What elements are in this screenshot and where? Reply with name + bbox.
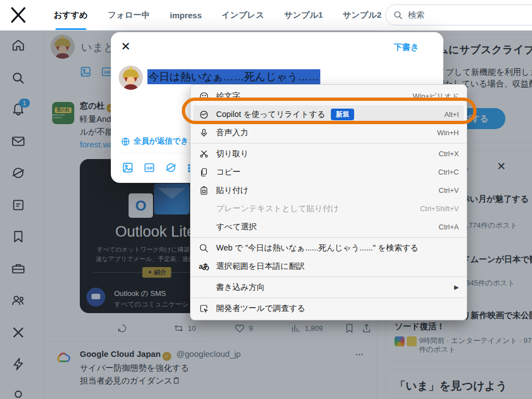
tab-impress-jp[interactable]: インプレス xyxy=(222,0,264,30)
menu-item-inspect[interactable]: 開発者ツールで調査する xyxy=(191,299,467,318)
svg-text:GIF: GIF xyxy=(146,166,153,170)
compose-text-area[interactable]: 今日は熱いなぁ……死んじゃう…… xyxy=(147,70,320,84)
menu-item-copy[interactable]: コピー Ctrl+C xyxy=(191,163,467,181)
samurai-avatar-image xyxy=(119,65,143,90)
drafts-link[interactable]: 下書き xyxy=(394,42,419,53)
tab-recommended[interactable]: おすすめ xyxy=(54,0,88,30)
menu-item-shortcut: Ctrl+A xyxy=(439,223,459,231)
search-input[interactable]: 検索 xyxy=(385,4,532,25)
menu-item-shortcut: Alt+I xyxy=(444,110,459,119)
context-menu: 絵文字 Win+ピリオド Copilot を使ってリライトする 新規 Alt+I… xyxy=(190,84,467,320)
inspect-icon xyxy=(198,303,209,314)
menu-item-label: 絵文字 xyxy=(216,91,241,101)
paste-icon xyxy=(198,185,209,196)
menu-item-label: プレーンテキストとして貼り付け xyxy=(216,203,339,214)
close-icon[interactable]: ✕ xyxy=(121,40,131,53)
search-icon xyxy=(198,243,209,254)
menu-item-label: 書き込み方向 xyxy=(216,282,265,293)
scissors-icon xyxy=(198,149,209,160)
menu-item-label: 貼り付け xyxy=(216,185,249,196)
new-badge: 新規 xyxy=(331,109,354,120)
menu-item-label: Copilot を使ってリライトする xyxy=(216,109,325,120)
selected-text: 今日は熱いなぁ……死んじゃう…… xyxy=(147,69,320,84)
timeline-tabs: おすすめ フォロー中 impress インプレス サンプル1 サンプル2 xyxy=(54,0,381,30)
copilot-icon xyxy=(198,109,209,120)
menu-item-label: 音声入力 xyxy=(216,127,248,138)
gif-icon[interactable]: GIF xyxy=(144,162,155,173)
menu-item-writing-direction[interactable]: 書き込み方向 ▶ xyxy=(191,278,467,296)
search-icon xyxy=(393,11,403,20)
tab-following[interactable]: フォロー中 xyxy=(108,0,150,30)
empty-icon-slot xyxy=(198,222,209,233)
menu-item-shortcut: Ctrl+X xyxy=(439,150,459,158)
x-logo[interactable] xyxy=(9,6,28,24)
menu-item-shortcut: Win+H xyxy=(437,129,459,137)
empty-icon-slot xyxy=(198,282,209,293)
menu-item-select-all[interactable]: すべて選択 Ctrl+A xyxy=(191,218,467,236)
tab-sample1[interactable]: サンプル1 xyxy=(284,0,323,30)
menu-item-cut[interactable]: 切り取り Ctrl+X xyxy=(191,145,467,163)
menu-item-label: 切り取り xyxy=(216,149,249,159)
submenu-arrow-icon: ▶ xyxy=(454,284,459,291)
globe-icon xyxy=(121,137,130,146)
translate-icon: aあ xyxy=(198,261,209,272)
compose-toolbar: GIF xyxy=(122,162,198,173)
menu-item-emoji[interactable]: 絵文字 Win+ピリオド xyxy=(191,87,467,105)
app-window: 1 いまどうしてる！？ GIF 窓の杜 WINDOWS FOREST 窓の杜✓ … xyxy=(0,0,532,399)
menu-item-shortcut: Ctrl+Shift+V xyxy=(420,204,459,213)
menu-separator xyxy=(191,298,466,298)
microphone-icon xyxy=(198,127,209,139)
menu-item-label: Web で "今日は熱いなぁ......死んじゃう......" を検索する xyxy=(216,243,418,253)
emoji-icon xyxy=(198,91,209,102)
grok-icon[interactable] xyxy=(165,162,177,173)
menu-separator xyxy=(191,237,466,238)
menu-separator xyxy=(191,277,466,277)
menu-item-label: 選択範囲を日本語に翻訳 xyxy=(216,261,305,272)
menu-item-translate[interactable]: aあ 選択範囲を日本語に翻訳 xyxy=(191,257,467,275)
menu-item-label: コピー xyxy=(216,167,241,177)
search-placeholder: 検索 xyxy=(408,10,424,21)
menu-item-copilot-rewrite[interactable]: Copilot を使ってリライトする 新規 Alt+I xyxy=(193,105,464,124)
menu-item-shortcut: Ctrl+C xyxy=(438,168,459,176)
top-header: おすすめ フォロー中 impress インプレス サンプル1 サンプル2 検索 xyxy=(0,0,532,30)
menu-item-web-search[interactable]: Web で "今日は熱いなぁ......死んじゃう......" を検索する xyxy=(191,239,467,257)
menu-item-label: すべて選択 xyxy=(216,222,257,232)
menu-item-paste-plain[interactable]: プレーンテキストとして貼り付け Ctrl+Shift+V xyxy=(191,200,467,218)
menu-item-shortcut: Win+ピリオド xyxy=(413,91,459,101)
tab-sample2[interactable]: サンプル2 xyxy=(343,0,382,30)
copy-icon xyxy=(198,167,209,178)
menu-item-shortcut: Ctrl+V xyxy=(439,186,459,195)
avatar xyxy=(119,65,143,90)
menu-item-paste[interactable]: 貼り付け Ctrl+V xyxy=(191,181,467,200)
image-icon[interactable] xyxy=(122,162,134,173)
menu-separator xyxy=(191,143,466,144)
tab-impress[interactable]: impress xyxy=(170,0,202,30)
empty-icon-slot xyxy=(198,203,209,214)
menu-item-voice-input[interactable]: 音声入力 Win+H xyxy=(191,124,467,142)
menu-item-label: 開発者ツールで調査する xyxy=(216,303,305,314)
